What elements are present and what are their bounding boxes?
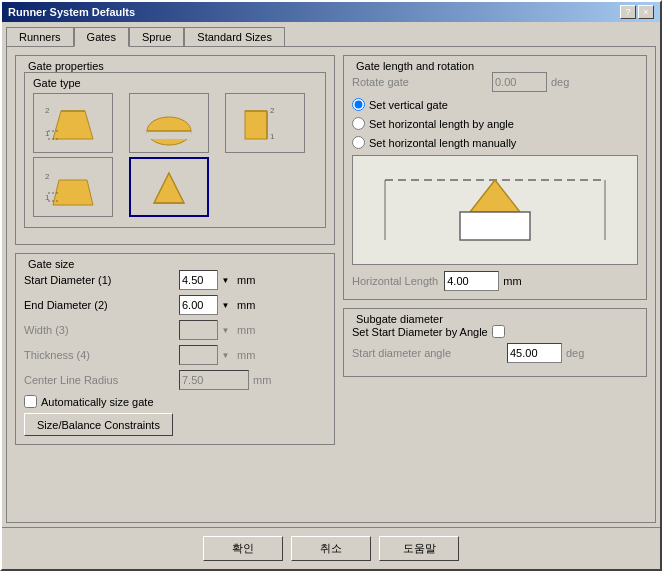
constraints-btn-wrapper: Size/Balance Constraints (24, 413, 326, 436)
horiz-length-row: Horizontal Length mm (352, 271, 638, 291)
help-button[interactable]: 도움말 (379, 536, 459, 561)
width-unit: mm (237, 324, 255, 336)
auto-size-checkbox[interactable] (24, 395, 37, 408)
gate-type-1[interactable]: 2 1 (33, 93, 113, 153)
main-window: Runner System Defaults ? × Runners Gates… (0, 0, 662, 571)
auto-size-label: Automatically size gate (41, 396, 154, 408)
cancel-button[interactable]: 취소 (291, 536, 371, 561)
ok-button[interactable]: 확인 (203, 536, 283, 561)
tab-runners[interactable]: Runners (6, 27, 74, 47)
left-panel: Gate properties Gate type 2 1 (15, 55, 335, 514)
horiz-length-input (444, 271, 499, 291)
gate-size-group: Gate size Start Diameter (1) ▼ mm (15, 253, 335, 445)
start-diameter-label: Start Diameter (1) (24, 274, 179, 286)
start-angle-row: Start diameter angle deg (352, 343, 638, 363)
gate-type-grid: 2 1 (29, 89, 321, 221)
svg-marker-2 (53, 111, 93, 139)
rotate-gate-row: Rotate gate deg (352, 72, 638, 92)
window-title: Runner System Defaults (8, 6, 135, 18)
gate-length-legend: Gate length and rotation (352, 60, 638, 72)
center-line-radius-label: Center Line Radius (24, 374, 179, 386)
gate-icon-5-svg (139, 165, 199, 210)
center-line-radius-input (179, 370, 249, 390)
width-label: Width (3) (24, 324, 179, 336)
thickness-wrapper: ▼ (179, 345, 233, 365)
horiz-angle-radio[interactable] (352, 117, 365, 130)
rotate-gate-unit: deg (551, 76, 569, 88)
close-btn[interactable]: × (638, 5, 654, 19)
start-diameter-wrapper: ▼ (179, 270, 233, 290)
thickness-row: Thickness (4) ▼ mm (24, 345, 326, 365)
gate-type-2[interactable] (129, 93, 209, 153)
start-diameter-row: Start Diameter (1) ▼ mm (24, 270, 326, 290)
gate-preview-diagram (352, 155, 638, 265)
svg-marker-16 (53, 180, 93, 205)
gate-type-4[interactable]: 2 1 (33, 157, 113, 217)
main-layout: Gate properties Gate type 2 1 (15, 55, 647, 514)
horiz-angle-label: Set horizontal length by angle (369, 118, 514, 130)
vertical-gate-radio[interactable] (352, 98, 365, 111)
end-diameter-input[interactable] (179, 295, 233, 315)
horiz-manual-label: Set horizontal length manually (369, 137, 516, 149)
gate-properties-legend: Gate properties (24, 60, 326, 72)
end-diameter-unit: mm (237, 299, 255, 311)
end-diameter-row: End Diameter (2) ▼ mm (24, 295, 326, 315)
gate-icon-1-svg: 2 1 (43, 101, 103, 146)
svg-rect-11 (245, 111, 267, 139)
svg-marker-19 (154, 173, 184, 203)
center-line-radius-unit: mm (253, 374, 271, 386)
width-row: Width (3) ▼ mm (24, 320, 326, 340)
start-diameter-unit: mm (237, 274, 255, 286)
gate-type-5[interactable] (129, 157, 209, 217)
gate-type-3[interactable]: 2 1 (225, 93, 305, 153)
thickness-input (179, 345, 233, 365)
svg-text:2: 2 (45, 172, 50, 181)
gate-size-legend: Gate size (24, 258, 326, 270)
svg-rect-23 (460, 212, 530, 240)
gate-properties-group: Gate properties Gate type 2 1 (15, 55, 335, 245)
tab-standard-sizes[interactable]: Standard Sizes (184, 27, 285, 47)
rotate-gate-input (492, 72, 547, 92)
rotate-gate-label: Rotate gate (352, 76, 492, 88)
set-by-angle-row: Set Start Diameter by Angle (352, 325, 638, 338)
start-diameter-input[interactable] (179, 270, 233, 290)
size-balance-btn[interactable]: Size/Balance Constraints (24, 413, 173, 436)
svg-text:1: 1 (270, 132, 275, 141)
svg-marker-22 (470, 180, 520, 212)
subgate-group: Subgate diameter Set Start Diameter by A… (343, 308, 647, 377)
svg-rect-7 (147, 131, 191, 139)
tab-content-gates: Gate properties Gate type 2 1 (6, 46, 656, 523)
help-icon-btn[interactable]: ? (620, 5, 636, 19)
set-by-angle-checkbox[interactable] (492, 325, 505, 338)
horiz-angle-row: Set horizontal length by angle (352, 117, 638, 130)
thickness-label: Thickness (4) (24, 349, 179, 361)
horiz-length-unit: mm (503, 275, 521, 287)
tab-gates[interactable]: Gates (74, 27, 129, 47)
horiz-manual-radio[interactable] (352, 136, 365, 149)
svg-text:2: 2 (45, 106, 50, 115)
vertical-gate-row: Set vertical gate (352, 98, 638, 111)
end-diameter-label: End Diameter (2) (24, 299, 179, 311)
vertical-gate-label: Set vertical gate (369, 99, 448, 111)
width-input (179, 320, 233, 340)
horiz-length-label: Horizontal Length (352, 275, 438, 287)
center-line-radius-row: Center Line Radius mm (24, 370, 326, 390)
title-bar-buttons: ? × (620, 5, 654, 19)
gate-type-legend: Gate type (29, 77, 321, 89)
bottom-buttons: 확인 취소 도움말 (2, 527, 660, 569)
gate-preview-svg (375, 160, 615, 260)
set-by-angle-label: Set Start Diameter by Angle (352, 326, 488, 338)
auto-size-row: Automatically size gate (24, 395, 326, 408)
tab-sprue[interactable]: Sprue (129, 27, 184, 47)
svg-text:1: 1 (45, 129, 50, 138)
end-diameter-wrapper: ▼ (179, 295, 233, 315)
horiz-manual-row: Set horizontal length manually (352, 136, 638, 149)
title-bar: Runner System Defaults ? × (2, 2, 660, 22)
start-angle-unit: deg (566, 347, 584, 359)
gate-icon-2-svg (139, 101, 199, 146)
content-area: Runners Gates Sprue Standard Sizes Gate … (2, 22, 660, 527)
right-panel: Gate length and rotation Rotate gate deg… (343, 55, 647, 514)
gate-icon-3-svg: 2 1 (235, 101, 295, 146)
thickness-unit: mm (237, 349, 255, 361)
width-wrapper: ▼ (179, 320, 233, 340)
